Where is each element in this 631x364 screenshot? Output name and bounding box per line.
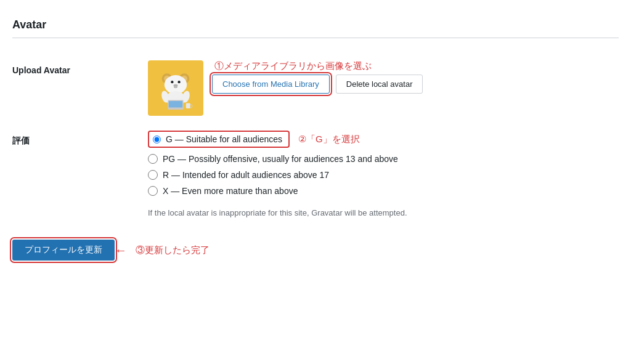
delete-local-avatar-button[interactable]: Delete local avatar [336,75,423,94]
rating-r-radio[interactable] [148,170,158,180]
rating-r-item: R — Intended for adult audiences above 1… [148,170,619,180]
rating-label: 評価 [12,123,148,225]
annotation-g-select: ②「G」を選択 [298,134,360,145]
rating-radio-group: G — Suitable for all audiences ②「G」を選択 P… [148,131,619,217]
buttons-area: ①メディアライブラリから画像を選ぶ Choose from Media Libr… [212,60,423,94]
rating-x-label: X — Even more mature than above [163,186,298,196]
arrow-icon: ← [115,243,127,257]
section-title: Avatar [12,18,619,38]
svg-point-7 [174,84,178,87]
upload-avatar-label: Upload Avatar [12,53,148,123]
rating-pg-label: PG — Possibly offensive, usually for aud… [163,154,398,164]
rating-g-row: G — Suitable for all audiences ②「G」を選択 [148,131,619,148]
rating-g-label: G — Suitable for all audiences [166,134,282,144]
rating-r-label: R — Intended for adult audiences above 1… [163,170,329,180]
bear-illustration [154,67,197,110]
svg-point-6 [178,81,181,83]
rating-x-item: X — Even more mature than above [148,186,619,196]
svg-point-5 [171,81,173,83]
avatar-image [148,60,203,116]
rating-g-highlighted: G — Suitable for all audiences [148,131,290,148]
rating-pg-item: PG — Possibly offensive, usually for aud… [148,154,619,164]
annotation-media-library: ①メディアライブラリから画像を選ぶ [214,60,372,72]
rating-pg-radio[interactable] [148,154,158,164]
rating-x-radio[interactable] [148,186,158,196]
rating-g-radio[interactable] [153,135,161,144]
update-profile-button[interactable]: プロフィールを更新 [12,240,115,261]
svg-rect-14 [186,103,190,108]
annotation-update: ③更新したら完了 [136,245,210,256]
svg-rect-12 [169,101,182,108]
bottom-row: プロフィールを更新 ← ③更新したら完了 [12,240,619,261]
rating-hint: If the local avatar is inappropriate for… [148,208,505,217]
choose-media-library-button[interactable]: Choose from Media Library [212,75,330,94]
